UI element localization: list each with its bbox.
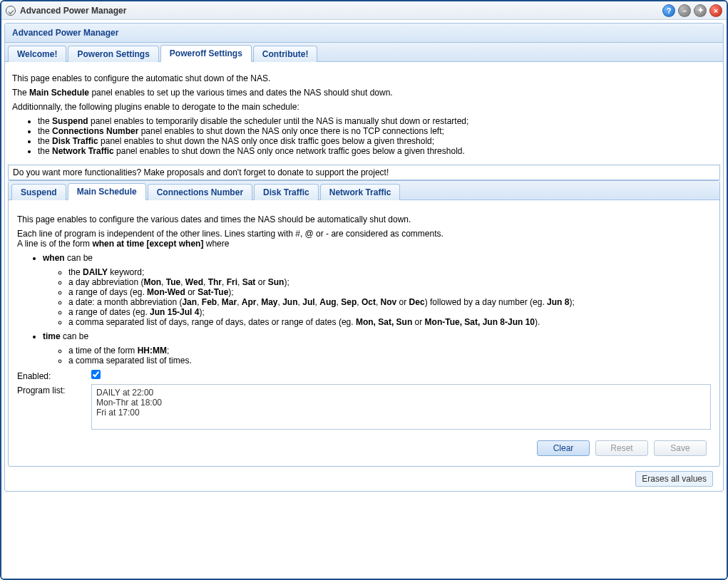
plugin-disk: the Disk Traffic panel enables to shut d… (38, 136, 716, 146)
sub-panel: Suspend Main Schedule Connections Number… (8, 180, 720, 467)
app-window: Advanced Power Manager ? – ✦ × Advanced … (0, 0, 728, 580)
clear-button[interactable]: Clear (537, 440, 590, 456)
sub-tabstrip: Suspend Main Schedule Connections Number… (9, 181, 719, 200)
intro-p2: The Main Schedule panel enables to set u… (12, 88, 716, 98)
subtab-disk-traffic[interactable]: Disk Traffic (254, 184, 319, 200)
subtab-connections-number[interactable]: Connections Number (148, 184, 252, 200)
window-controls: ? – ✦ × (662, 4, 722, 17)
save-button[interactable]: Save (654, 440, 707, 456)
reset-button[interactable]: Reset (595, 440, 648, 456)
schedule-p1: This page enables to configure the vario… (17, 214, 711, 224)
subtab-network-traffic[interactable]: Network Traffic (320, 184, 401, 200)
intro-p3: Additionnally, the following plugins ena… (12, 102, 716, 112)
program-label: Program list: (17, 384, 91, 395)
titlebar: Advanced Power Manager ? – ✦ × (1, 1, 727, 20)
app-icon (6, 6, 16, 16)
window-title: Advanced Power Manager (20, 6, 662, 16)
tab-poweroff-settings[interactable]: Poweroff Settings (160, 45, 252, 62)
tooltip-area: Erases all values (8, 467, 720, 487)
main-panel: Advanced Power Manager Welcome! Poweron … (4, 23, 724, 492)
plugin-connections: the Connections Number panel enables to … (38, 126, 716, 136)
schedule-p2: Each line of program is independent of t… (17, 229, 711, 249)
close-icon[interactable]: × (709, 4, 722, 17)
enabled-checkbox[interactable] (91, 370, 101, 379)
window-body: Advanced Power Manager Welcome! Poweron … (1, 20, 727, 579)
program-textarea[interactable] (91, 384, 711, 430)
main-tabstrip: Welcome! Poweron Settings Poweroff Setti… (5, 43, 723, 62)
enabled-label: Enabled: (17, 370, 91, 381)
tab-poweron-settings[interactable]: Poweron Settings (68, 46, 158, 62)
time-item: time can be a time of the form HH:MM; a … (43, 331, 711, 366)
plugin-suspend: the Suspend panel enables to temporarily… (38, 116, 716, 126)
subtab-suspend[interactable]: Suspend (11, 184, 66, 200)
tooltip: Erases all values (635, 471, 713, 487)
enabled-row: Enabled: (17, 370, 711, 381)
plugin-list: the Suspend panel enables to temporarily… (12, 116, 716, 156)
when-item: when can be the DAILY keyword; a day abb… (43, 253, 711, 327)
syntax-list: when can be the DAILY keyword; a day abb… (17, 253, 711, 366)
schedule-section: This page enables to configure the vario… (9, 200, 719, 466)
subtab-main-schedule[interactable]: Main Schedule (68, 183, 146, 200)
maximize-icon[interactable]: ✦ (694, 4, 707, 17)
minimize-icon[interactable]: – (678, 4, 691, 17)
tab-welcome[interactable]: Welcome! (8, 46, 66, 62)
tab-contribute[interactable]: Contribute! (253, 46, 318, 62)
panel-header: Advanced Power Manager (5, 24, 723, 43)
intro-section: This page enables to configure the autom… (5, 62, 723, 165)
program-row: Program list: (17, 384, 711, 432)
button-row: Clear Reset Save (17, 435, 711, 460)
help-icon[interactable]: ? (662, 4, 675, 17)
subpanel-wrap: Suspend Main Schedule Connections Number… (5, 180, 723, 491)
intro-p1: This page enables to configure the autom… (12, 73, 716, 83)
donate-bar: Do you want more functionalities? Make p… (8, 165, 720, 180)
plugin-network: the Network Traffic panel enables to shu… (38, 146, 716, 156)
